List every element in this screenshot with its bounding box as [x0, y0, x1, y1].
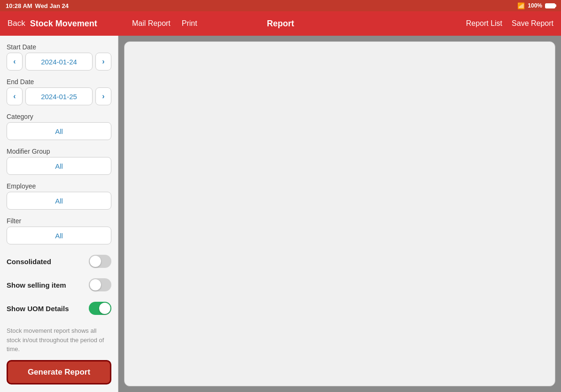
employee-group: Employee All [7, 182, 111, 210]
nav-bar: Back Stock Movement Mail Report Print Re… [0, 11, 561, 36]
main-layout: Start Date ‹ 2024-01-24 › End Date ‹ 202… [0, 36, 561, 392]
show-uom-label: Show UOM Details [7, 305, 69, 313]
report-canvas [124, 41, 555, 386]
category-label: Category [7, 113, 111, 120]
back-button[interactable]: Back [8, 19, 25, 28]
nav-right-actions: Report List Save Report [466, 19, 553, 28]
start-date-row: ‹ 2024-01-24 › [7, 53, 111, 71]
save-report-button[interactable]: Save Report [512, 19, 553, 28]
time-display: 10:28 AM [6, 2, 32, 9]
consolidated-toggle[interactable] [89, 255, 111, 268]
description-text: Stock movement report shows all stock in… [7, 326, 111, 354]
end-date-label: End Date [7, 78, 111, 86]
generate-report-button[interactable]: Generate Report [7, 360, 111, 384]
mail-report-button[interactable]: Mail Report [132, 19, 171, 28]
status-bar-left: 10:28 AM Wed Jan 24 [6, 2, 69, 9]
end-date-group: End Date ‹ 2024-01-25 › [7, 78, 111, 105]
employee-select[interactable]: All [7, 192, 111, 210]
start-date-group: Start Date ‹ 2024-01-24 › [7, 43, 111, 71]
start-date-next-button[interactable]: › [95, 53, 111, 71]
start-date-prev-button[interactable]: ‹ [7, 53, 23, 71]
modifier-group-label: Modifier Group [7, 148, 111, 155]
consolidated-label: Consolidated [7, 258, 51, 266]
show-selling-label: Show selling item [7, 281, 66, 289]
modifier-group-select[interactable]: All [7, 157, 111, 175]
show-selling-toggle-knob [90, 279, 101, 290]
status-bar: 10:28 AM Wed Jan 24 📶 100% [0, 0, 561, 11]
start-date-label: Start Date [7, 43, 111, 51]
show-uom-toggle[interactable] [89, 302, 111, 315]
show-uom-toggle-knob [99, 303, 110, 314]
filter-group: Filter All [7, 217, 111, 244]
nav-center-actions: Mail Report Print [132, 19, 197, 28]
filter-label: Filter [7, 217, 111, 225]
battery-percent: 100% [528, 2, 542, 9]
nav-left: Back Stock Movement [8, 19, 123, 29]
employee-label: Employee [7, 182, 111, 190]
consolidated-toggle-row: Consolidated [7, 252, 111, 271]
end-date-row: ‹ 2024-01-25 › [7, 87, 111, 105]
date-display: Wed Jan 24 [35, 2, 69, 9]
report-area [118, 36, 561, 392]
end-date-prev-button[interactable]: ‹ [7, 87, 23, 105]
filter-select[interactable]: All [7, 227, 111, 244]
wifi-icon: 📶 [517, 2, 525, 9]
print-button[interactable]: Print [182, 19, 197, 28]
report-list-button[interactable]: Report List [466, 19, 502, 28]
sidebar: Start Date ‹ 2024-01-24 › End Date ‹ 202… [0, 36, 118, 392]
report-title: Report [267, 19, 294, 29]
category-select[interactable]: All [7, 122, 111, 140]
show-uom-toggle-row: Show UOM Details [7, 299, 111, 318]
start-date-input[interactable]: 2024-01-24 [25, 53, 93, 71]
show-selling-toggle[interactable] [89, 278, 111, 291]
end-date-input[interactable]: 2024-01-25 [25, 87, 93, 105]
category-group: Category All [7, 113, 111, 140]
page-title: Stock Movement [30, 19, 97, 29]
show-selling-toggle-row: Show selling item [7, 275, 111, 294]
status-bar-right: 📶 100% [517, 2, 555, 9]
modifier-group-group: Modifier Group All [7, 148, 111, 175]
consolidated-toggle-knob [90, 256, 101, 267]
end-date-next-button[interactable]: › [95, 87, 111, 105]
